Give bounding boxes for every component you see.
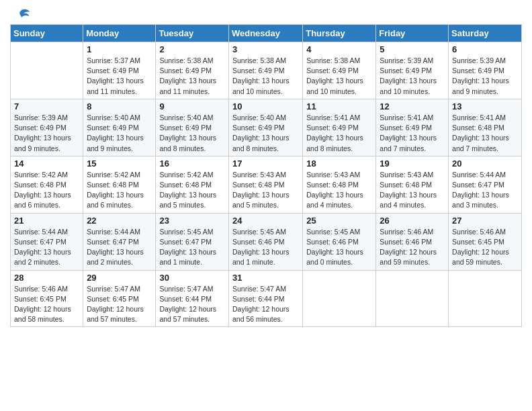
calendar-cell: 20Sunrise: 5:44 AMSunset: 6:47 PMDayligh… xyxy=(449,156,522,213)
calendar-cell: 26Sunrise: 5:46 AMSunset: 6:46 PMDayligh… xyxy=(376,213,449,270)
logo-bird-icon xyxy=(11,8,30,23)
calendar-table: SundayMondayTuesdayWednesdayThursdayFrid… xyxy=(10,24,522,327)
day-number: 8 xyxy=(87,101,152,111)
calendar-header-monday: Monday xyxy=(83,25,156,42)
day-info: Sunrise: 5:42 AMSunset: 6:48 PMDaylight:… xyxy=(14,170,79,211)
day-info: Sunrise: 5:38 AMSunset: 6:49 PMDaylight:… xyxy=(232,56,299,97)
day-info: Sunrise: 5:40 AMSunset: 6:49 PMDaylight:… xyxy=(232,113,299,154)
day-info: Sunrise: 5:43 AMSunset: 6:48 PMDaylight:… xyxy=(380,170,445,211)
day-info: Sunrise: 5:47 AMSunset: 6:44 PMDaylight:… xyxy=(159,284,225,325)
calendar-cell: 8Sunrise: 5:40 AMSunset: 6:49 PMDaylight… xyxy=(83,99,156,156)
calendar-week-row: 7Sunrise: 5:39 AMSunset: 6:49 PMDaylight… xyxy=(11,99,522,156)
calendar-cell: 11Sunrise: 5:41 AMSunset: 6:49 PMDayligh… xyxy=(303,99,376,156)
day-number: 6 xyxy=(452,44,518,54)
calendar-cell: 21Sunrise: 5:44 AMSunset: 6:47 PMDayligh… xyxy=(11,213,83,270)
calendar-cell: 16Sunrise: 5:42 AMSunset: 6:48 PMDayligh… xyxy=(156,156,229,213)
calendar-week-row: 14Sunrise: 5:42 AMSunset: 6:48 PMDayligh… xyxy=(11,156,522,213)
day-number: 11 xyxy=(306,101,372,111)
day-number: 28 xyxy=(14,273,79,283)
day-number: 13 xyxy=(452,101,518,111)
calendar-cell: 27Sunrise: 5:46 AMSunset: 6:45 PMDayligh… xyxy=(449,213,522,270)
calendar-week-row: 28Sunrise: 5:46 AMSunset: 6:45 PMDayligh… xyxy=(11,270,522,327)
day-info: Sunrise: 5:43 AMSunset: 6:48 PMDaylight:… xyxy=(232,170,299,211)
calendar-cell: 22Sunrise: 5:44 AMSunset: 6:47 PMDayligh… xyxy=(83,213,156,270)
day-info: Sunrise: 5:44 AMSunset: 6:47 PMDaylight:… xyxy=(14,227,79,268)
calendar-header-thursday: Thursday xyxy=(303,25,376,42)
day-number: 3 xyxy=(232,44,299,54)
day-number: 25 xyxy=(306,216,372,226)
day-number: 27 xyxy=(452,216,518,226)
day-number: 22 xyxy=(87,216,152,226)
calendar-cell: 18Sunrise: 5:43 AMSunset: 6:48 PMDayligh… xyxy=(303,156,376,213)
day-info: Sunrise: 5:46 AMSunset: 6:46 PMDaylight:… xyxy=(380,227,445,268)
day-number: 15 xyxy=(87,158,152,169)
calendar-cell: 15Sunrise: 5:42 AMSunset: 6:48 PMDayligh… xyxy=(83,156,156,213)
calendar-cell: 6Sunrise: 5:39 AMSunset: 6:49 PMDaylight… xyxy=(449,42,522,99)
day-info: Sunrise: 5:37 AMSunset: 6:49 PMDaylight:… xyxy=(87,56,152,97)
day-number: 1 xyxy=(87,44,152,54)
calendar-cell: 23Sunrise: 5:45 AMSunset: 6:47 PMDayligh… xyxy=(156,213,229,270)
calendar-header-wednesday: Wednesday xyxy=(228,25,302,42)
day-number: 7 xyxy=(14,101,79,111)
calendar-cell: 17Sunrise: 5:43 AMSunset: 6:48 PMDayligh… xyxy=(228,156,302,213)
calendar-cell: 2Sunrise: 5:38 AMSunset: 6:49 PMDaylight… xyxy=(156,42,229,99)
day-number: 16 xyxy=(159,158,225,169)
day-number: 5 xyxy=(380,44,445,54)
day-number: 14 xyxy=(14,158,79,169)
calendar-cell: 13Sunrise: 5:41 AMSunset: 6:48 PMDayligh… xyxy=(449,99,522,156)
day-number: 12 xyxy=(380,101,445,111)
day-number: 23 xyxy=(159,216,225,226)
day-info: Sunrise: 5:44 AMSunset: 6:47 PMDaylight:… xyxy=(87,227,152,268)
day-info: Sunrise: 5:47 AMSunset: 6:45 PMDaylight:… xyxy=(87,284,152,325)
calendar-cell: 31Sunrise: 5:47 AMSunset: 6:44 PMDayligh… xyxy=(228,270,302,327)
calendar-cell: 14Sunrise: 5:42 AMSunset: 6:48 PMDayligh… xyxy=(11,156,83,213)
calendar-header-saturday: Saturday xyxy=(449,25,522,42)
day-info: Sunrise: 5:42 AMSunset: 6:48 PMDaylight:… xyxy=(87,170,152,211)
day-info: Sunrise: 5:39 AMSunset: 6:49 PMDaylight:… xyxy=(380,56,445,97)
day-info: Sunrise: 5:47 AMSunset: 6:44 PMDaylight:… xyxy=(232,284,299,325)
calendar-week-row: 1Sunrise: 5:37 AMSunset: 6:49 PMDaylight… xyxy=(11,42,522,99)
calendar-cell xyxy=(449,270,522,327)
day-info: Sunrise: 5:46 AMSunset: 6:45 PMDaylight:… xyxy=(452,227,518,268)
page-header xyxy=(10,7,522,20)
day-info: Sunrise: 5:43 AMSunset: 6:48 PMDaylight:… xyxy=(306,170,372,211)
day-info: Sunrise: 5:39 AMSunset: 6:49 PMDaylight:… xyxy=(452,56,518,97)
calendar-cell: 29Sunrise: 5:47 AMSunset: 6:45 PMDayligh… xyxy=(83,270,156,327)
day-info: Sunrise: 5:41 AMSunset: 6:48 PMDaylight:… xyxy=(452,113,518,154)
day-info: Sunrise: 5:38 AMSunset: 6:49 PMDaylight:… xyxy=(306,56,372,97)
calendar-cell: 1Sunrise: 5:37 AMSunset: 6:49 PMDaylight… xyxy=(83,42,156,99)
calendar-cell: 28Sunrise: 5:46 AMSunset: 6:45 PMDayligh… xyxy=(11,270,83,327)
calendar-cell: 25Sunrise: 5:45 AMSunset: 6:46 PMDayligh… xyxy=(303,213,376,270)
day-info: Sunrise: 5:44 AMSunset: 6:47 PMDaylight:… xyxy=(452,170,518,211)
calendar-cell: 10Sunrise: 5:40 AMSunset: 6:49 PMDayligh… xyxy=(228,99,302,156)
logo xyxy=(10,11,30,20)
calendar-cell xyxy=(303,270,376,327)
day-number: 29 xyxy=(87,273,152,283)
day-info: Sunrise: 5:40 AMSunset: 6:49 PMDaylight:… xyxy=(159,113,225,154)
calendar-header-row: SundayMondayTuesdayWednesdayThursdayFrid… xyxy=(11,25,522,42)
calendar-header-tuesday: Tuesday xyxy=(156,25,229,42)
day-number: 17 xyxy=(232,158,299,169)
day-number: 4 xyxy=(306,44,372,54)
day-info: Sunrise: 5:40 AMSunset: 6:49 PMDaylight:… xyxy=(87,113,152,154)
calendar-cell: 12Sunrise: 5:41 AMSunset: 6:49 PMDayligh… xyxy=(376,99,449,156)
day-number: 31 xyxy=(232,273,299,283)
day-number: 20 xyxy=(452,158,518,169)
day-info: Sunrise: 5:46 AMSunset: 6:45 PMDaylight:… xyxy=(14,284,79,325)
calendar-cell: 4Sunrise: 5:38 AMSunset: 6:49 PMDaylight… xyxy=(303,42,376,99)
day-number: 18 xyxy=(306,158,372,169)
day-info: Sunrise: 5:45 AMSunset: 6:46 PMDaylight:… xyxy=(306,227,372,268)
day-info: Sunrise: 5:41 AMSunset: 6:49 PMDaylight:… xyxy=(380,113,445,154)
day-info: Sunrise: 5:41 AMSunset: 6:49 PMDaylight:… xyxy=(306,113,372,154)
day-number: 2 xyxy=(159,44,225,54)
calendar-cell: 19Sunrise: 5:43 AMSunset: 6:48 PMDayligh… xyxy=(376,156,449,213)
day-number: 24 xyxy=(232,216,299,226)
calendar-cell: 7Sunrise: 5:39 AMSunset: 6:49 PMDaylight… xyxy=(11,99,83,156)
day-info: Sunrise: 5:42 AMSunset: 6:48 PMDaylight:… xyxy=(159,170,225,211)
calendar-cell: 30Sunrise: 5:47 AMSunset: 6:44 PMDayligh… xyxy=(156,270,229,327)
day-info: Sunrise: 5:45 AMSunset: 6:47 PMDaylight:… xyxy=(159,227,225,268)
calendar-cell: 24Sunrise: 5:45 AMSunset: 6:46 PMDayligh… xyxy=(228,213,302,270)
calendar-cell xyxy=(376,270,449,327)
day-number: 30 xyxy=(159,273,225,283)
calendar-header-friday: Friday xyxy=(376,25,449,42)
